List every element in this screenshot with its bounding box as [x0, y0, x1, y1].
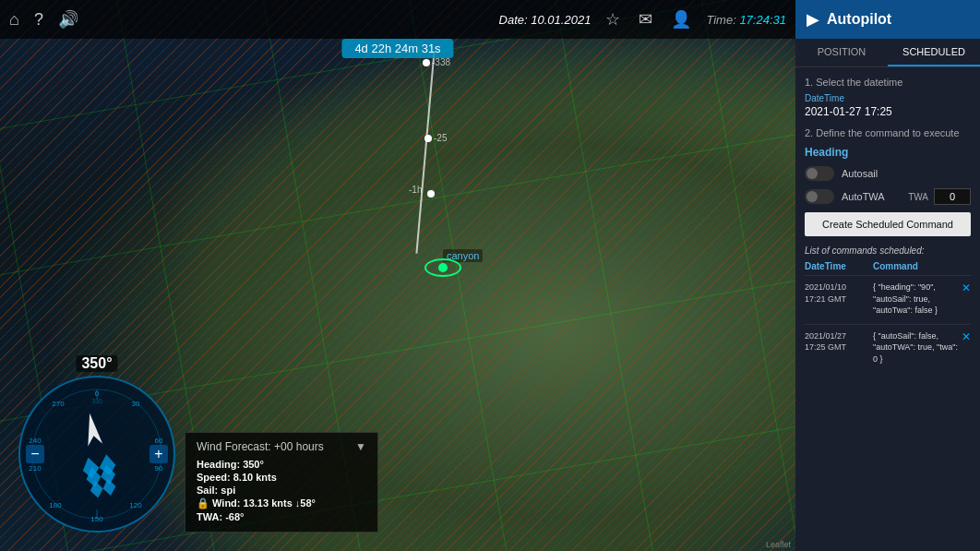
command-1-text: { "autoSail": false, "autoTWA": true, "t…	[873, 330, 958, 365]
svg-text:180: 180	[49, 501, 62, 509]
help-icon[interactable]: ?	[34, 10, 43, 30]
command-row-1: 2021/01/2717:25 GMT { "autoSail": false,…	[805, 324, 971, 365]
autopilot-tabs: POSITION SCHEDULED	[795, 39, 980, 67]
commands-table-header: DateTime Command	[805, 261, 971, 271]
autotwa-label: AutoTWA	[842, 191, 885, 202]
svg-text:270: 270	[52, 400, 65, 408]
compass-decrease-button[interactable]: −	[26, 445, 44, 463]
waypoint-top	[423, 59, 430, 66]
wind-speed: Speed: 8.10 knts	[197, 472, 366, 483]
svg-text:330: 330	[91, 398, 102, 404]
time-value: 17:24:31	[739, 13, 786, 27]
compass-svg: 0 30 60 90 120 150 180 210 240 270 330	[28, 385, 166, 523]
autosail-toggle-row: Autosail	[805, 166, 971, 181]
waypoint-mid2	[427, 190, 435, 198]
waypoint-mid1	[424, 135, 432, 142]
datetime-field-value: 2021-01-27 17:25	[805, 105, 971, 118]
col-datetime-header: DateTime	[805, 261, 869, 271]
twa-input-label: TWA	[908, 192, 928, 202]
autopilot-arrow-icon[interactable]: ▶	[807, 9, 819, 30]
time-display: Time: 17:24:31	[706, 13, 786, 27]
user-icon[interactable]: 👤	[671, 9, 691, 30]
date-value: 10.01.2021	[531, 13, 591, 27]
command-1-delete-button[interactable]: ✕	[962, 330, 971, 343]
step2-label: 2. Define the command to execute	[805, 127, 971, 138]
autosail-toggle[interactable]	[805, 166, 834, 181]
wind-wind: 🔒 Wind: 13.13 knts ↓58°	[197, 497, 366, 509]
svg-marker-16	[82, 412, 102, 446]
wind-heading: Heading: 350°	[197, 459, 366, 470]
center-header-icons: ☆ ✉ 👤	[605, 9, 691, 30]
heading-section-label: Heading	[805, 146, 971, 159]
command-0-delete-button[interactable]: ✕	[962, 281, 971, 294]
wind-info-details: Heading: 350° Speed: 8.10 knts Sail: spi…	[197, 459, 366, 522]
autopilot-header: ▶ Autopilot	[795, 0, 980, 39]
svg-text:30: 30	[132, 400, 140, 408]
commands-list-title: List of commands scheduled:	[805, 246, 971, 256]
autotwa-toggle[interactable]	[805, 189, 834, 204]
autopilot-panel: ▶ Autopilot POSITION SCHEDULED 1. Select…	[795, 0, 980, 551]
wp-label-3: -1h	[409, 185, 422, 195]
home-icon[interactable]: ⌂	[9, 10, 19, 30]
autotwa-toggle-row: AutoTWA TWA	[805, 188, 971, 205]
twa-input-field[interactable]	[934, 188, 971, 205]
map-area[interactable]: ⌂ ? 🔊 Date: 10.01.2021 ☆ ✉ 👤 Time: 17:24…	[0, 0, 795, 551]
svg-point-0	[32, 389, 161, 519]
autosail-label: Autosail	[842, 168, 878, 179]
boat-circle-inner	[438, 263, 448, 272]
wind-twa: TWA: -68°	[197, 511, 366, 522]
compass[interactable]: 350° 0 30 60 90 120 150 180 210 240 270 …	[18, 376, 175, 533]
svg-text:210: 210	[29, 464, 42, 473]
svg-text:240: 240	[29, 437, 42, 445]
command-0-text: { "heading": "90", "autoSail": true, "au…	[873, 281, 958, 317]
twa-input-group: TWA	[908, 188, 971, 205]
wp-label-1: -338	[432, 57, 450, 67]
wp-label-2: -25	[434, 133, 447, 143]
svg-text:60: 60	[155, 437, 163, 445]
messages-icon[interactable]: ✉	[639, 9, 652, 30]
command-1-datetime: 2021/01/2717:25 GMT	[805, 330, 869, 353]
top-header: ⌂ ? 🔊 Date: 10.01.2021 ☆ ✉ 👤 Time: 17:24…	[0, 0, 795, 39]
compass-increase-button[interactable]: +	[149, 445, 168, 463]
col-command-header: Command	[873, 261, 971, 271]
volume-icon[interactable]: 🔊	[58, 9, 78, 30]
svg-text:120: 120	[129, 501, 142, 509]
wind-sail: Sail: spi	[197, 485, 366, 496]
eta-bubble: 4d 22h 24m 31s	[341, 39, 453, 58]
wind-panel-title: Wind Forecast: +00 hours ▼	[197, 440, 366, 453]
wind-info-panel: Wind Forecast: +00 hours ▼ Heading: 350°…	[185, 432, 378, 533]
command-row-0: 2021/01/1017:21 GMT { "heading": "90", "…	[805, 275, 971, 317]
autopilot-title: Autopilot	[827, 11, 891, 28]
map-attribution: Leaflet	[766, 540, 791, 549]
svg-text:90: 90	[155, 464, 163, 473]
date-display: Date: 10.01.2021	[499, 13, 592, 27]
step1-label: 1. Select the datetime	[805, 77, 971, 88]
command-0-datetime: 2021/01/1017:21 GMT	[805, 281, 869, 305]
star-icon[interactable]: ☆	[605, 9, 620, 30]
create-scheduled-command-button[interactable]: Create Scheduled Command	[805, 212, 971, 236]
compass-heading: 350°	[76, 355, 117, 372]
tab-position[interactable]: POSITION	[795, 39, 888, 66]
autopilot-body: 1. Select the datetime DateTime 2021-01-…	[795, 67, 980, 551]
wind-dropdown-icon[interactable]: ▼	[355, 440, 366, 453]
datetime-field-label: DateTime	[805, 93, 971, 103]
tab-scheduled[interactable]: SCHEDULED	[888, 39, 980, 66]
